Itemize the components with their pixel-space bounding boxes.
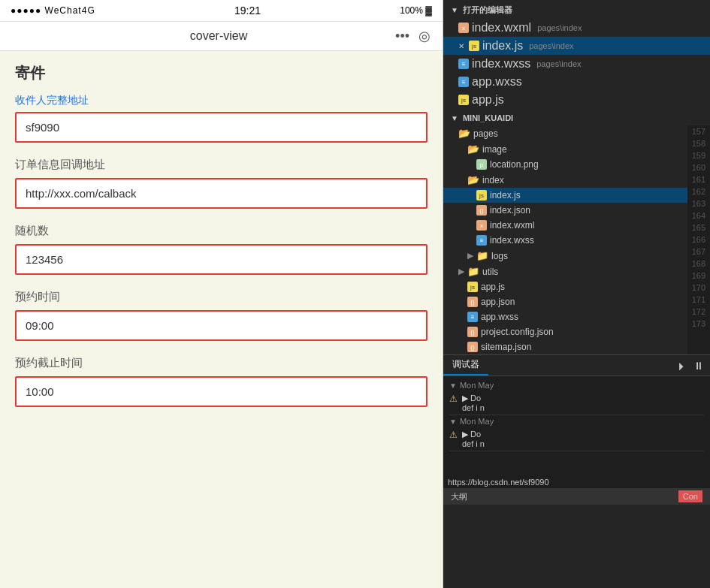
- json-icon-app: {}: [467, 297, 478, 307]
- callback-input[interactable]: [15, 178, 428, 209]
- page-title: 寄件: [15, 63, 428, 83]
- open-file-index-wxml[interactable]: x index.wxml pages\index: [443, 19, 710, 37]
- line-167: 167: [687, 246, 705, 258]
- line-170: 170: [687, 282, 705, 294]
- circle-icon[interactable]: ◎: [418, 28, 431, 44]
- debug-header-text-1: Mon May: [460, 381, 494, 390]
- close-icon-0[interactable]: ✕: [458, 42, 464, 50]
- open-file-app-wxss[interactable]: ≡ app.wxss: [443, 73, 710, 91]
- file-name-index-json: index.json: [490, 205, 530, 216]
- phone-simulator: ●●●●● WeChat4G 19:21 100% ▓ cover-view •…: [0, 0, 443, 588]
- debug-panel: 调试器 ⏵ ⏸ ▼ Mon May ⚠ ▶ Dodef i n ▼ Mon Ma: [443, 354, 710, 505]
- file-project-config[interactable]: {} project.config.json: [443, 324, 687, 339]
- nav-title: cover-view: [190, 29, 247, 43]
- folder-name-logs: logs: [491, 251, 508, 261]
- status-time: 19:21: [234, 5, 261, 17]
- open-file-index-js[interactable]: ✕ js index.js pages\index: [443, 37, 710, 55]
- project-title: ▼ MINI_KUAIDI: [443, 109, 710, 125]
- file-name-app-wxss: app.wxss: [481, 312, 518, 322]
- field-label-start-time: 预约时间: [15, 290, 428, 304]
- file-index-json[interactable]: {} index.json: [443, 203, 687, 218]
- js-icon: js: [469, 41, 479, 51]
- file-index-wxml[interactable]: x index.wxml: [443, 218, 687, 233]
- field-label-address: 收件人完整地址: [15, 94, 428, 107]
- open-file-name-3: app.wxss: [472, 75, 522, 89]
- phone-nav-bar: cover-view ••• ◎: [0, 22, 443, 51]
- file-name-location: location.png: [490, 159, 539, 170]
- tree-items-col: 📂 pages 📂 image p location.png: [443, 125, 687, 354]
- file-app-wxss[interactable]: ≡ app.wxss: [443, 309, 687, 324]
- folder-pages[interactable]: 📂 pages: [443, 125, 687, 141]
- open-editors-label: 打开的编辑器: [463, 5, 512, 16]
- wxml-icon: x: [458, 23, 469, 33]
- status-url-text: https://blog.csdn.net/sf9090: [448, 478, 549, 487]
- debug-header-1: ▼ Mon May: [449, 379, 704, 391]
- file-name-index-js: index.js: [490, 190, 521, 201]
- file-index-js[interactable]: js index.js: [443, 188, 687, 203]
- folder-utils[interactable]: ▶ 📁 utils: [443, 264, 687, 279]
- folder-open-icon-image: 📂: [467, 143, 479, 155]
- open-file-path-2: pages\index: [536, 59, 581, 68]
- file-app-js[interactable]: js app.js: [443, 279, 687, 294]
- folder-name-index: index: [482, 175, 504, 185]
- field-label-random: 随机数: [15, 224, 428, 238]
- random-input[interactable]: [15, 244, 428, 275]
- start-time-input[interactable]: [15, 310, 428, 341]
- debug-expand-2[interactable]: ▼: [449, 418, 457, 426]
- line-166: 166: [687, 234, 705, 246]
- debug-message-2: ▶ Dodef i n: [462, 430, 704, 448]
- debug-entry-2: ⚠ ▶ Dodef i n: [449, 427, 704, 451]
- wxml-icon-index: x: [476, 220, 487, 231]
- open-file-path-1: pages\index: [529, 41, 573, 50]
- line-165: 165: [687, 222, 705, 234]
- debug-header-text-2: Mon May: [460, 417, 494, 426]
- json-icon-sitemap: {}: [467, 342, 478, 352]
- file-name-app-json: app.json: [481, 297, 515, 307]
- folder-collapsed-icon-logs: ▶: [467, 251, 473, 261]
- project-tree-section: ▼ MINI_KUAIDI 📂 pages 📂 image: [443, 109, 710, 354]
- line-168: 168: [687, 258, 705, 270]
- folder-collapsed-icon-utils: ▶: [458, 267, 464, 276]
- json-icon-project: {}: [467, 327, 478, 337]
- debug-expand-1[interactable]: ▼: [449, 381, 457, 390]
- bottom-bar: 大纲 Con: [443, 488, 710, 505]
- debug-message-1: ▶ Dodef i n: [462, 394, 704, 412]
- warn-icon-2: ⚠: [449, 430, 458, 440]
- debug-run-icon[interactable]: ⏵: [677, 360, 687, 372]
- file-app-json[interactable]: {} app.json: [443, 294, 687, 309]
- address-input[interactable]: [15, 112, 428, 143]
- nav-icons: ••• ◎: [395, 28, 431, 44]
- bottom-bar-outline: 大纲: [451, 491, 467, 502]
- debug-tab-debugger[interactable]: 调试器: [443, 355, 488, 375]
- more-icon[interactable]: •••: [395, 29, 409, 44]
- folder-icon-utils: 📁: [467, 266, 479, 277]
- folder-index[interactable]: 📂 index: [443, 172, 687, 188]
- file-name-project-config: project.config.json: [481, 327, 554, 337]
- folder-open-icon-pages: 📂: [458, 128, 470, 139]
- editor-panel: ▼ 打开的编辑器 x index.wxml pages\index ✕ js i…: [443, 0, 710, 588]
- line-162: 162: [687, 185, 705, 198]
- folder-logs[interactable]: ▶ 📁 logs: [443, 248, 687, 264]
- file-name-sitemap: sitemap.json: [481, 342, 531, 352]
- end-time-input[interactable]: [15, 376, 428, 407]
- js-icon-app: js: [458, 95, 469, 105]
- debug-pause-icon[interactable]: ⏸: [693, 360, 704, 372]
- file-location-png[interactable]: p location.png: [443, 157, 687, 172]
- file-sitemap[interactable]: {} sitemap.json: [443, 339, 687, 354]
- folder-name-pages: pages: [473, 128, 498, 139]
- open-editors-title: ▼ 打开的编辑器: [443, 0, 710, 19]
- js-icon-index: js: [476, 190, 487, 201]
- con-badge: Con: [678, 490, 702, 502]
- collapse-arrow[interactable]: ▼: [451, 6, 458, 14]
- folder-image[interactable]: 📂 image: [443, 141, 687, 157]
- status-url-bar: https://blog.csdn.net/sf9090: [443, 476, 710, 488]
- line-157: 157: [687, 125, 705, 137]
- open-file-app-js[interactable]: js app.js: [443, 91, 710, 109]
- line-numbers-col: 157 158 159 160 161 162 163 164 165 166 …: [687, 125, 710, 354]
- project-collapse-arrow[interactable]: ▼: [451, 114, 458, 122]
- open-file-index-wxss[interactable]: ≡ index.wxss pages\index: [443, 55, 710, 73]
- file-index-wxss[interactable]: ≡ index.wxss: [443, 233, 687, 248]
- json-icon-index: {}: [476, 205, 487, 216]
- debug-entry-1: ⚠ ▶ Dodef i n: [449, 391, 704, 415]
- file-name-app-js: app.js: [481, 282, 505, 292]
